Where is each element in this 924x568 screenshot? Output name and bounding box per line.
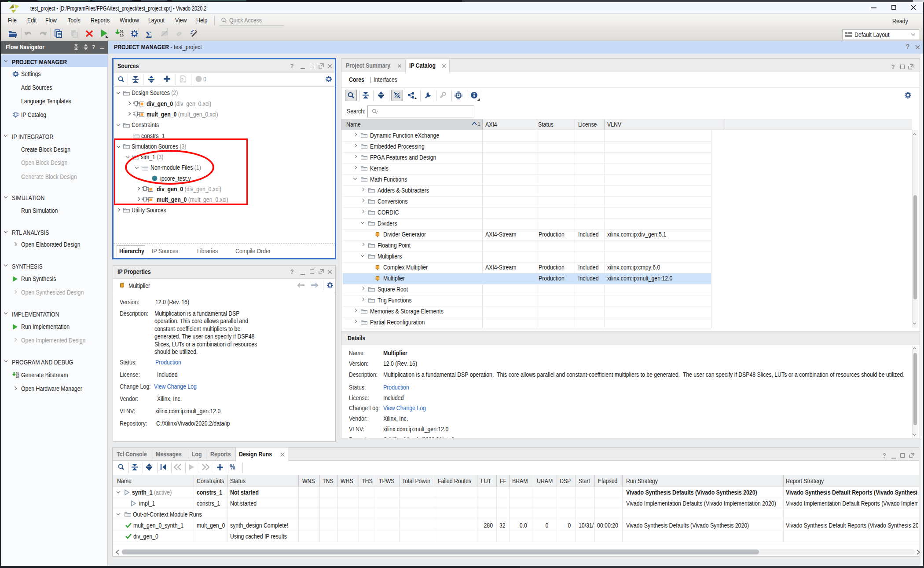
svg-text:10: 10 — [120, 33, 124, 37]
svg-text:01: 01 — [120, 29, 124, 33]
svg-text:?: ? — [181, 77, 183, 82]
svg-text:01: 01 — [16, 372, 19, 375]
svg-text:10: 10 — [16, 375, 19, 378]
